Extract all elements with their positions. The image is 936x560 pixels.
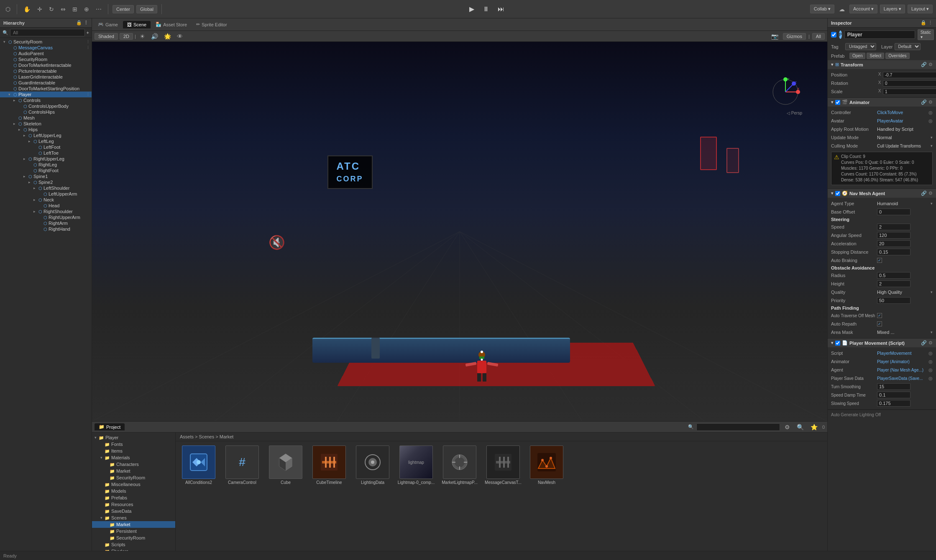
- auto-braking-checkbox[interactable]: [877, 258, 882, 263]
- tool-transform[interactable]: ⊕: [82, 5, 91, 13]
- dots-icon[interactable]: ⋮: [86, 40, 90, 44]
- tree-savedata[interactable]: 📁SaveData: [92, 508, 175, 514]
- script-target-icon[interactable]: ◎: [928, 351, 933, 356]
- static-badge[interactable]: Static ▾: [918, 29, 934, 40]
- asset-message-canvas[interactable]: MessageCanvasT...: [484, 445, 522, 485]
- player-save-target-icon[interactable]: ◎: [928, 376, 933, 381]
- tree-market[interactable]: 📁Market: [92, 468, 175, 474]
- tree-misc[interactable]: 📁Miscellaneous: [92, 481, 175, 488]
- h-item-controls[interactable]: ▸ ⬡ Controls: [0, 97, 92, 103]
- pm-animator-target-icon[interactable]: ◎: [928, 359, 933, 364]
- h-item-audio-parent[interactable]: ⬡ AudioParent: [0, 51, 92, 56]
- h-item-ls[interactable]: ▸ ⬡ LeftShoulder: [0, 185, 92, 191]
- collab-button[interactable]: Collab ▾: [810, 5, 834, 13]
- h-item-security-room[interactable]: ▾ ⬡ SecurityRoom ⋮: [0, 39, 92, 45]
- hierarchy-menu-icon[interactable]: ⋮: [84, 20, 88, 25]
- speed-damp-input[interactable]: [877, 392, 910, 398]
- priority-input[interactable]: [877, 297, 910, 304]
- pm-agent-target-icon[interactable]: ◎: [928, 367, 933, 373]
- h-item-door-starting[interactable]: ⬡ DoorToMarketStartingPosition: [0, 86, 92, 92]
- tree-scenes[interactable]: ▾ 📁Scenes: [92, 514, 175, 521]
- transform-link-icon[interactable]: 🔗: [921, 62, 927, 67]
- h-item-skeleton[interactable]: ▸ ⬡ Skeleton: [0, 121, 92, 127]
- tab-scene[interactable]: 🖼 Scene: [123, 21, 151, 28]
- h-item-rl[interactable]: ⬡ RightLeg: [0, 162, 92, 168]
- pos-x-input[interactable]: [883, 72, 936, 78]
- hidden-btn[interactable]: 👁: [175, 32, 185, 41]
- h-item-neck[interactable]: ▸ ⬡ Neck: [0, 197, 92, 203]
- tab-project[interactable]: 📁 Project: [95, 423, 125, 430]
- tree-security-room-mat[interactable]: 📁SecurityRoom: [92, 474, 175, 481]
- tab-asset-store[interactable]: 🏪 Asset Store: [151, 20, 191, 28]
- radius-input[interactable]: [877, 272, 910, 279]
- asset-nav-mesh[interactable]: NavMesh: [528, 445, 565, 485]
- asset-cube-timeline[interactable]: CubeTimeline: [310, 445, 348, 485]
- tool-rotate[interactable]: ↻: [47, 5, 56, 13]
- project-star-btn[interactable]: ⭐: [808, 423, 820, 431]
- pm-link-icon[interactable]: 🔗: [921, 340, 927, 346]
- transform-header[interactable]: ▾ ⊞ Transform 🔗 ⚙: [828, 60, 936, 69]
- project-search-btn[interactable]: 🔍: [795, 423, 806, 431]
- 2d-btn[interactable]: 2D: [120, 33, 133, 40]
- h-item-rul[interactable]: ▸ ⬡ RightUpperLeg: [0, 156, 92, 162]
- h-item-rs[interactable]: ▸ ⬡ RightShoulder: [0, 209, 92, 214]
- gizmos-btn[interactable]: Gizmos: [783, 33, 806, 40]
- animator-settings-icon[interactable]: ⚙: [928, 99, 933, 105]
- all-btn[interactable]: All: [812, 33, 825, 40]
- tree-persistent[interactable]: 📁Persistent: [92, 528, 175, 535]
- layer-select[interactable]: Default: [895, 43, 921, 50]
- avatar-target-icon[interactable]: ◎: [928, 118, 933, 124]
- project-search-input[interactable]: [696, 423, 780, 431]
- stopping-distance-input[interactable]: [877, 249, 910, 255]
- player-name-input[interactable]: [844, 31, 915, 39]
- pause-button[interactable]: ⏸: [480, 5, 492, 14]
- tool-hand[interactable]: ✋: [21, 5, 33, 13]
- h-item-ll[interactable]: ▸ ⬡ LeftLeg: [0, 138, 92, 144]
- hierarchy-search-input[interactable]: [10, 29, 85, 36]
- animator-link-icon[interactable]: 🔗: [921, 99, 927, 105]
- h-item-lf[interactable]: ⬡ LeftFoot: [0, 144, 92, 150]
- h-item-spine1[interactable]: ▸ ⬡ Spine1: [0, 173, 92, 179]
- base-offset-input[interactable]: [877, 209, 910, 215]
- tree-resources[interactable]: 📁Resources: [92, 501, 175, 508]
- h-item-picture[interactable]: ⬡ PictureInteractable: [0, 68, 92, 74]
- tree-player[interactable]: ▾ 📁Player: [92, 434, 175, 441]
- animator-active-cb[interactable]: [835, 100, 840, 105]
- h-item-lul[interactable]: ▸ ⬡ LeftUpperLeg: [0, 132, 92, 138]
- hierarchy-add-icon[interactable]: +: [87, 30, 89, 35]
- pm-settings-icon[interactable]: ⚙: [928, 340, 933, 346]
- h-item-security-room2[interactable]: ⬡ SecurityRoom: [0, 56, 92, 62]
- nav-mesh-settings-icon[interactable]: ⚙: [928, 191, 933, 196]
- animator-header[interactable]: ▾ 🎬 Animator 🔗 ⚙: [828, 98, 936, 107]
- auto-repath-checkbox[interactable]: [877, 321, 882, 326]
- tree-characters[interactable]: 📁Characters: [92, 461, 175, 468]
- rot-x-input[interactable]: [883, 80, 936, 87]
- pm-active-cb[interactable]: [835, 341, 840, 346]
- tree-prefabs[interactable]: 📁Prefabs: [92, 494, 175, 501]
- turn-smoothing-input[interactable]: [877, 383, 910, 390]
- tool-custom[interactable]: ⋯: [94, 5, 104, 13]
- transform-settings-icon[interactable]: ⚙: [928, 62, 933, 67]
- h-item-player[interactable]: ▾ ⬡ Player ⋮: [0, 92, 92, 97]
- asset-market-lightmap[interactable]: MarketLightmapP...: [441, 445, 478, 485]
- tag-select[interactable]: Untagged: [845, 43, 876, 50]
- step-button[interactable]: ⏭: [495, 5, 507, 14]
- h-item-guard[interactable]: ⬡ GuardInteractable: [0, 80, 92, 86]
- account-button[interactable]: Account ▾: [849, 5, 877, 13]
- asset-cube[interactable]: Cube: [267, 445, 304, 485]
- h-item-rf[interactable]: ⬡ RightFoot: [0, 168, 92, 173]
- prefab-open-btn[interactable]: Open: [849, 53, 865, 59]
- inspector-menu-icon[interactable]: ⋮: [928, 20, 933, 25]
- tree-items[interactable]: 📁Items: [92, 448, 175, 454]
- tool-rect[interactable]: ⊞: [70, 5, 79, 13]
- nav-mesh-active-cb[interactable]: [835, 191, 840, 196]
- asset-all-conditions2[interactable]: AllConditions2: [180, 445, 217, 485]
- tool-scale[interactable]: ⇔: [59, 5, 68, 13]
- h-item-head[interactable]: ⬡ Head: [0, 203, 92, 209]
- cloud-button[interactable]: ☁: [837, 5, 847, 13]
- global-toggle-btn[interactable]: Global: [136, 5, 157, 13]
- layers-button[interactable]: Layers ▾: [880, 5, 905, 13]
- h-item-rua[interactable]: ⬡ RightUpperArm: [0, 214, 92, 220]
- h-item-door-to-market[interactable]: ⬡ DoorToMarketInteractable: [0, 62, 92, 68]
- hierarchy-lock-icon[interactable]: 🔒: [76, 20, 82, 25]
